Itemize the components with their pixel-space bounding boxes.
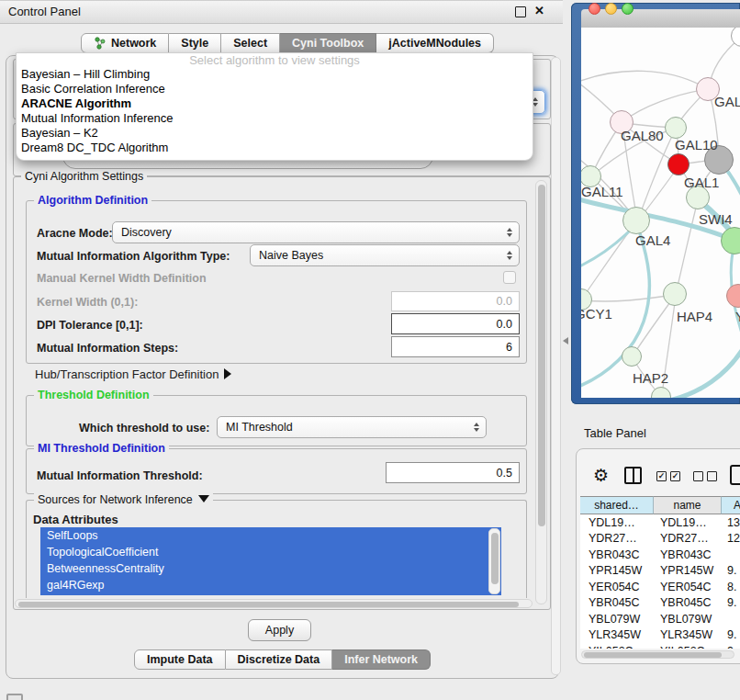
tab-style[interactable]: Style (169, 33, 221, 53)
list-item[interactable]: gal4RGexp (40, 577, 501, 593)
tab-infer-network[interactable]: Infer Network (332, 649, 431, 670)
table-row[interactable]: YBR045C YBR045C 9. (580, 595, 740, 612)
zoom-traffic-icon[interactable] (622, 3, 633, 15)
table-row[interactable]: YER054C YER054C 8. (580, 579, 740, 595)
mi-threshold-field[interactable]: 0.5 (386, 462, 520, 483)
panel-vscrollbar[interactable] (551, 57, 561, 675)
list-item[interactable]: SelfLoops (40, 527, 501, 544)
checked-checkbox-icon[interactable]: ✓ (656, 471, 667, 481)
minimize-traffic-icon[interactable] (605, 3, 617, 15)
column-layout-icon[interactable] (624, 467, 642, 484)
dpi-tolerance-field[interactable]: 0.0 (391, 313, 520, 334)
dropdown-prompt: Select algorithm to view settings (17, 53, 533, 67)
table-row[interactable]: YIL052C YIL052C 9 (580, 643, 740, 649)
cell-shared: YPR145W (580, 564, 654, 577)
unchecked-checkbox-icon[interactable] (707, 471, 717, 481)
list-item[interactable]: TopologicalCoefficient (40, 544, 501, 560)
table-hscrollbar-thumb[interactable] (584, 652, 722, 658)
algorithm-option[interactable]: Bayesian – K2 (17, 126, 533, 141)
expand-right-icon[interactable] (224, 368, 231, 379)
algorithm-option[interactable]: Basic Correlation Inference (17, 82, 533, 96)
algorithm-option[interactable]: Dream8 DC_TDC Algorithm (17, 141, 533, 155)
node-label: HAP2 (633, 370, 668, 386)
node-hap4[interactable] (663, 282, 687, 306)
dpi-tolerance-value: 0.0 (497, 318, 512, 331)
settings-hscrollbar[interactable] (15, 599, 533, 608)
node-label: GAL80 (621, 128, 664, 143)
close-icon[interactable]: ✕ (534, 4, 544, 17)
column-header-shared[interactable]: shared… (580, 496, 654, 514)
settings-vscrollbar[interactable] (535, 180, 547, 604)
manual-kernel-checkbox[interactable] (503, 271, 516, 284)
which-threshold-combo[interactable]: MI Threshold (217, 416, 487, 438)
list-scrollbar[interactable] (488, 528, 500, 594)
table-body: YDL19… YDL19… 13 YDR27… YDR27… 12 YBR043… (580, 514, 740, 649)
column-header-name[interactable]: name (654, 496, 722, 514)
table-header-row: shared… name A (580, 496, 740, 514)
table-row[interactable]: YBR043C YBR043C (580, 547, 740, 563)
network-canvas[interactable]: GAL GAL80 GAL10 GAL1 GAL11 SWI4 GAL4 GCY… (581, 28, 740, 398)
hub-definition-text: Hub/Transcription Factor Definition (35, 367, 219, 381)
cell-shared: YDL19… (580, 516, 654, 529)
cell-name: YDR27… (654, 532, 722, 545)
checked-checkbox-icon[interactable]: ✓ (670, 471, 680, 481)
kernel-width-field[interactable]: 0.0 (391, 291, 520, 311)
float-window-icon[interactable] (515, 6, 526, 17)
algorithm-option-selected[interactable]: ARACNE Algorithm (17, 96, 533, 111)
cell-name: YBL079W (654, 613, 722, 626)
node-label: GAL11 (581, 184, 623, 199)
cell-name: YER054C (654, 581, 722, 593)
column-header-partial[interactable]: A (722, 496, 740, 514)
list-item[interactable]: BetweennessCentrality (40, 560, 501, 577)
control-panel-titlebar: Control Panel ✕ (0, 0, 563, 24)
table-row[interactable]: YDL19… YDL19… 13 (580, 514, 740, 531)
tab-discretize-data[interactable]: Discretize Data (226, 649, 333, 670)
tab-cyni-toolbox[interactable]: Cyni Toolbox (280, 33, 376, 53)
apply-button[interactable]: Apply (248, 619, 311, 641)
settings-hscrollbar-thumb[interactable] (18, 602, 519, 608)
cell-shared: YBR043C (580, 548, 654, 561)
collapse-down-icon[interactable] (198, 495, 209, 502)
table-row[interactable]: YBL079W YBL079W (580, 611, 740, 627)
panel-title: Control Panel (8, 5, 81, 18)
which-threshold-value: MI Threshold (226, 421, 293, 434)
unchecked-checkbox-icon[interactable] (693, 471, 703, 481)
splitter-grip-icon[interactable] (563, 337, 568, 344)
cell-name: YBR045C (654, 596, 722, 609)
algorithm-option[interactable]: Mutual Information Inference (17, 111, 533, 126)
mi-steps-value: 6 (506, 341, 512, 354)
table-panel-title: Table Panel (584, 426, 646, 440)
mi-steps-field[interactable]: 6 (391, 336, 520, 357)
tab-impute-data[interactable]: Impute Data (134, 649, 226, 670)
node-gal4[interactable] (622, 207, 650, 234)
node-gal10[interactable] (665, 117, 687, 139)
node-gal1-red[interactable] (667, 153, 690, 175)
document-icon[interactable] (730, 465, 740, 485)
table-hscrollbar[interactable] (581, 650, 734, 659)
tab-select[interactable]: Select (221, 33, 280, 53)
cell-shared: YLR345W (580, 628, 654, 641)
table-row[interactable]: YDR27… YDR27… 12 (580, 531, 740, 548)
table-row[interactable]: YLR345W YLR345W 9. (580, 627, 740, 644)
tab-jactivemnodules[interactable]: jActiveMNodules (376, 33, 494, 53)
sources-group-title[interactable]: Sources for Network Inference (34, 493, 213, 506)
tab-cyni-toolbox-label: Cyni Toolbox (292, 37, 364, 50)
node-hap2[interactable] (622, 346, 642, 367)
gear-icon[interactable]: ⚙ (593, 465, 609, 486)
table-row[interactable]: YPR145W YPR145W 9. (580, 563, 740, 580)
network-window-titlebar[interactable] (581, 9, 740, 28)
aracne-mode-label: Aracne Mode: (37, 227, 113, 240)
mi-threshold-value: 0.5 (497, 467, 512, 480)
partial-widget-icon[interactable] (6, 694, 23, 700)
cell-name: YIL052C (654, 645, 722, 649)
close-traffic-icon[interactable] (589, 3, 600, 15)
kernel-width-value: 0.0 (497, 295, 512, 308)
settings-vscrollbar-thumb[interactable] (538, 185, 545, 526)
aracne-mode-combo[interactable]: Discovery (112, 221, 520, 243)
algorithm-option[interactable]: Bayesian – Hill Climbing (17, 67, 533, 82)
sources-group-text: Sources for Network Inference (38, 493, 193, 506)
mi-type-combo[interactable]: Naive Bayes (250, 244, 520, 266)
tab-network[interactable]: Network (81, 33, 169, 53)
hub-definition-label[interactable]: Hub/Transcription Factor Definition (35, 367, 231, 381)
list-scrollbar-thumb[interactable] (491, 533, 499, 584)
